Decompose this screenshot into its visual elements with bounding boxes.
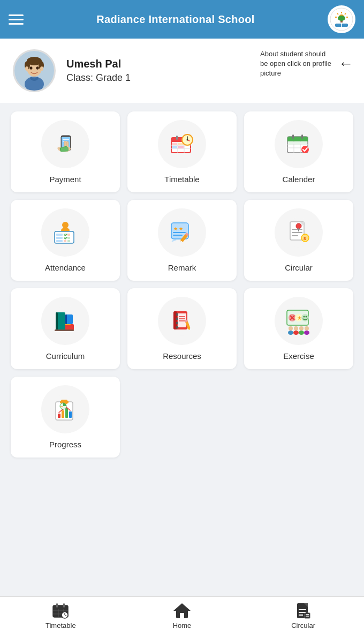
profile-section: Umesh Pal Class: Grade 1 About student s… <box>0 39 364 103</box>
progress-label: Progress <box>49 440 81 449</box>
app-header: Radiance International School <box>0 0 364 39</box>
svg-rect-50 <box>287 139 308 141</box>
svg-point-20 <box>40 66 43 71</box>
svg-rect-70 <box>67 237 70 239</box>
calender-label: Calender <box>283 175 315 184</box>
exercise-label: Exercise <box>283 351 314 361</box>
grid-item-remark[interactable]: ★ ★ Remark <box>127 200 237 281</box>
payment-icon-circle <box>41 120 89 168</box>
svg-point-136 <box>304 331 309 335</box>
svg-rect-141 <box>58 414 60 418</box>
attendance-icon-circle <box>41 208 89 257</box>
home-nav-label: Home <box>173 621 192 629</box>
svg-rect-67 <box>67 234 70 236</box>
grid-item-payment[interactable]: Payment <box>11 111 120 192</box>
svg-rect-166 <box>305 613 310 618</box>
svg-marker-158 <box>173 603 191 611</box>
svg-rect-144 <box>69 411 72 418</box>
progress-icon <box>49 393 81 425</box>
remark-icon: ★ ★ <box>166 216 198 249</box>
svg-point-128 <box>306 316 307 318</box>
calender-icon-circle <box>275 120 323 168</box>
circular-nav-icon <box>295 602 312 619</box>
school-logo-icon <box>330 8 353 31</box>
svg-rect-73 <box>67 240 70 242</box>
svg-text:★: ★ <box>297 315 302 321</box>
exercise-icon: ★ <box>283 305 315 337</box>
svg-rect-24 <box>63 139 69 140</box>
grid-item-resources[interactable]: Resources <box>127 288 237 369</box>
annotation-arrow-icon: ← <box>338 55 353 72</box>
svg-text:$: $ <box>304 236 306 241</box>
svg-rect-52 <box>301 134 303 139</box>
grid-item-progress[interactable]: Progress <box>11 377 120 458</box>
svg-point-127 <box>304 316 305 318</box>
svg-text:★: ★ <box>173 226 178 231</box>
svg-point-126 <box>301 314 309 321</box>
remark-icon-circle: ★ ★ <box>158 208 206 257</box>
payment-label: Payment <box>49 175 81 184</box>
curriculum-label: Curriculum <box>46 351 85 361</box>
grid-item-attendance[interactable]: Attendance <box>11 200 120 281</box>
svg-point-129 <box>289 326 293 331</box>
grid-item-calender[interactable]: Calender <box>244 111 353 192</box>
nav-item-timetable[interactable]: Timetable <box>39 602 82 629</box>
student-avatar-image <box>14 51 54 91</box>
svg-point-132 <box>293 331 299 335</box>
svg-rect-59 <box>301 142 307 145</box>
resources-label: Resources <box>163 351 201 361</box>
annotation-text: About student should be open click on pr… <box>260 49 335 79</box>
profile-avatar[interactable] <box>13 49 56 92</box>
svg-point-91 <box>296 223 301 229</box>
svg-text:★: ★ <box>179 226 183 231</box>
svg-rect-71 <box>56 240 63 242</box>
attendance-icon <box>49 216 81 249</box>
timetable-nav-icon <box>52 602 69 619</box>
svg-point-135 <box>305 326 309 331</box>
svg-point-19 <box>25 66 28 71</box>
svg-rect-65 <box>56 234 63 236</box>
grid-item-timetable[interactable]: Timetable <box>127 111 237 192</box>
svg-rect-104 <box>55 329 74 331</box>
svg-rect-103 <box>65 314 67 324</box>
menu-grid: Payment <box>0 103 364 466</box>
circular-label: Circular <box>285 263 313 272</box>
svg-rect-101 <box>56 312 58 331</box>
hamburger-menu[interactable] <box>9 14 24 25</box>
svg-point-131 <box>294 326 298 331</box>
svg-line-5 <box>337 13 338 14</box>
remark-label: Remark <box>168 263 196 272</box>
svg-rect-32 <box>176 136 178 140</box>
grid-item-circular[interactable]: $ Circular <box>244 200 353 281</box>
exercise-icon-circle: ★ <box>275 297 323 345</box>
progress-icon-circle <box>41 385 89 433</box>
nav-item-circular[interactable]: Circular <box>282 602 325 629</box>
svg-rect-41 <box>172 146 177 148</box>
svg-rect-150 <box>63 603 65 608</box>
svg-line-3 <box>345 13 346 14</box>
grid-item-exercise[interactable]: ★ <box>244 288 353 369</box>
annotation-area: About student should be open click on pr… <box>260 49 353 79</box>
header-title: Radiance International School <box>32 13 319 26</box>
school-logo <box>328 5 355 33</box>
attendance-label: Attendance <box>45 263 86 272</box>
svg-rect-58 <box>294 142 300 145</box>
curriculum-icon-circle <box>41 297 89 345</box>
resources-icon <box>166 305 198 337</box>
bottom-navigation: Timetable Home Circular <box>0 596 364 637</box>
svg-point-133 <box>299 326 304 331</box>
svg-rect-42 <box>178 146 184 148</box>
timetable-icon <box>166 128 198 160</box>
svg-point-62 <box>62 222 69 228</box>
calender-icon <box>283 128 315 160</box>
timetable-label: Timetable <box>164 175 199 184</box>
nav-item-home[interactable]: Home <box>161 602 203 629</box>
svg-point-17 <box>30 66 33 70</box>
svg-rect-160 <box>180 613 184 618</box>
svg-rect-68 <box>56 237 63 239</box>
grid-item-curriculum[interactable]: Curriculum <box>11 288 120 369</box>
svg-rect-57 <box>288 142 293 145</box>
timetable-nav-label: Timetable <box>46 621 76 629</box>
svg-rect-51 <box>292 134 294 139</box>
circular-icon-circle: $ <box>275 208 323 257</box>
